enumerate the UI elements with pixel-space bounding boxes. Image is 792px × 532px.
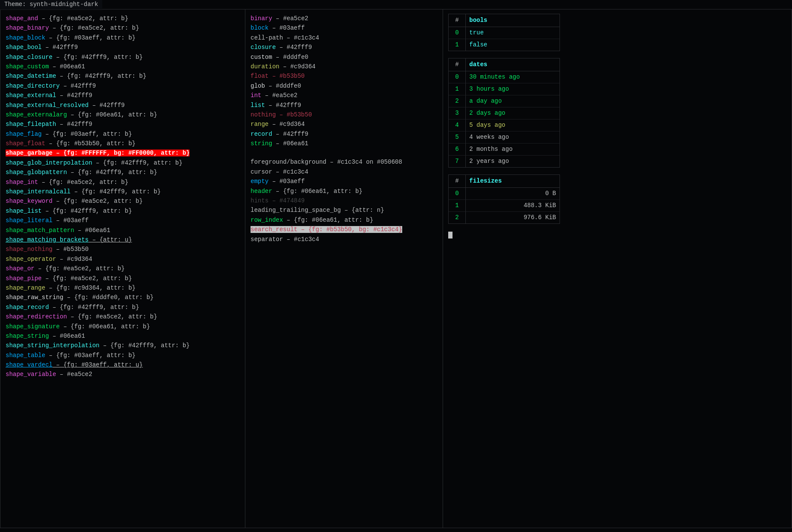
dates-row1-val: 3 hours ago bbox=[466, 83, 560, 95]
table-row: 0 0 B bbox=[449, 188, 560, 200]
line-shape_string_interpolation: shape_string_interpolation – {fg: #42fff… bbox=[6, 341, 240, 350]
line-shape_record: shape_record – {fg: #42fff9, attr: b} bbox=[6, 303, 240, 312]
dates-row0-val: 30 minutes ago bbox=[466, 71, 560, 83]
mid-float: float – #b53b50 bbox=[251, 71, 437, 81]
mid-hints: hints – #474849 bbox=[251, 196, 437, 205]
line-shape_binary: shape_binary – {fg: #ea5ce2, attr: b} bbox=[6, 23, 240, 33]
dates-row4-num: 4 bbox=[449, 119, 466, 131]
dates-row7-num: 7 bbox=[449, 156, 466, 167]
dates-table: # dates 0 30 minutes ago 1 3 hours ago 2… bbox=[448, 58, 560, 168]
dates-row7-val: 2 years ago bbox=[466, 156, 560, 167]
mid-binary: binary – #ea5ce2 bbox=[251, 14, 437, 23]
line-shape_range: shape_range – {fg: #c9d364, attr: b} bbox=[6, 283, 240, 293]
filesizes-header-num: # bbox=[449, 175, 466, 188]
mid-fg-bg: foreground/background – #c1c3c4 on #0506… bbox=[251, 157, 437, 167]
mid-search_result: search_result – {fg: #b53b50, bg: #c1c3c… bbox=[251, 225, 437, 234]
table-row: 0 true bbox=[449, 27, 560, 39]
filesizes-row2-num: 2 bbox=[449, 212, 466, 223]
table-row: 7 2 years ago bbox=[449, 156, 560, 167]
line-shape_and: shape_and – {fg: #ea5ce2, attr: b} bbox=[6, 14, 240, 23]
line-shape_literal: shape_literal – #03aeff bbox=[6, 216, 240, 225]
line-shape_variable: shape_variable – #ea5ce2 bbox=[6, 370, 240, 379]
dates-row5-val: 4 weeks ago bbox=[466, 131, 560, 144]
line-shape_garbage: shape_garbage – {fg: #FFFFFF, bg: #FF000… bbox=[6, 148, 240, 158]
dates-row1-num: 1 bbox=[449, 83, 466, 95]
table-row: 4 5 days ago bbox=[449, 119, 560, 131]
line-shape_signature: shape_signature – {fg: #06ea61, attr: b} bbox=[6, 322, 240, 331]
filesizes-table: # filesizes 0 0 B 1 488.3 KiB 2 976.6 Ki… bbox=[448, 174, 560, 224]
left-column: shape_and – {fg: #ea5ce2, attr: b} shape… bbox=[0, 9, 245, 528]
dates-row4-val: 5 days ago bbox=[466, 119, 560, 131]
line-shape_external_resolved: shape_external_resolved – #42fff9 bbox=[6, 101, 240, 110]
mid-closure: closure – #42fff9 bbox=[251, 43, 437, 52]
bools-table-header: # bools bbox=[449, 14, 560, 27]
table-row: 1 false bbox=[449, 39, 560, 51]
line-shape_pipe: shape_pipe – {fg: #ea5ce2, attr: b} bbox=[6, 274, 240, 283]
bools-row0-val: true bbox=[466, 27, 560, 39]
mid-cell-path: cell-path – #c1c3c4 bbox=[251, 33, 437, 43]
line-shape_operator: shape_operator – #c9d364 bbox=[6, 254, 240, 264]
dates-row3-num: 3 bbox=[449, 107, 466, 119]
mid-range: range – #c9d364 bbox=[251, 119, 437, 129]
line-shape_filepath: shape_filepath – #42fff9 bbox=[6, 119, 240, 129]
table-row: 2 976.6 KiB bbox=[449, 212, 560, 223]
filesizes-row1-num: 1 bbox=[449, 200, 466, 212]
line-shape_redirection: shape_redirection – {fg: #ea5ce2, attr: … bbox=[6, 312, 240, 321]
theme-bar: Theme: synth-midnight-dark bbox=[0, 0, 792, 9]
terminal-cursor bbox=[448, 231, 786, 240]
line-shape_externalarg: shape_externalarg – {fg: #06ea61, attr: … bbox=[6, 110, 240, 119]
dates-table-header: # dates bbox=[449, 58, 560, 71]
line-shape_closure: shape_closure – {fg: #42fff9, attr: b} bbox=[6, 52, 240, 62]
dates-header-num: # bbox=[449, 58, 466, 71]
bools-header-label: bools bbox=[466, 14, 560, 27]
mid-separator: separator – #c1c3c4 bbox=[251, 235, 437, 244]
line-shape_match_pattern: shape_match_pattern – #06ea61 bbox=[6, 226, 240, 235]
mid-header: header – {fg: #06ea61, attr: b} bbox=[251, 187, 437, 196]
line-shape_or: shape_or – {fg: #ea5ce2, attr: b} bbox=[6, 264, 240, 273]
line-shape_external: shape_external – #42fff9 bbox=[6, 91, 240, 100]
right-column: # bools 0 true 1 false # dates 0 30 minu… bbox=[443, 9, 792, 528]
line-shape_internalcall: shape_internalcall – {fg: #42fff9, attr:… bbox=[6, 187, 240, 196]
mid-row_index: row_index – {fg: #06ea61, attr: b} bbox=[251, 215, 437, 225]
dates-header-label: dates bbox=[466, 58, 560, 71]
line-shape_bool: shape_bool – #42fff9 bbox=[6, 43, 240, 52]
line-shape_keyword: shape_keyword – {fg: #ea5ce2, attr: b} bbox=[6, 196, 240, 206]
line-shape_int: shape_int – {fg: #ea5ce2, attr: b} bbox=[6, 177, 240, 187]
mid-glob: glob – #dddfe0 bbox=[251, 81, 437, 91]
line-shape_globpattern: shape_globpattern – {fg: #42fff9, attr: … bbox=[6, 168, 240, 177]
bools-table: # bools 0 true 1 false bbox=[448, 14, 560, 51]
line-shape_raw_string: shape_raw_string – {fg: #dddfe0, attr: b… bbox=[6, 293, 240, 302]
table-row: 3 2 days ago bbox=[449, 107, 560, 119]
dates-row3-val: 2 days ago bbox=[466, 107, 560, 119]
line-shape_datetime: shape_datetime – {fg: #42fff9, attr: b} bbox=[6, 71, 240, 81]
dates-row6-num: 6 bbox=[449, 144, 466, 156]
dates-row5-num: 5 bbox=[449, 131, 466, 144]
theme-label: Theme: synth-midnight-dark bbox=[0, 0, 102, 10]
line-shape_float: shape_float – {fg: #b53b50, attr: b} bbox=[6, 139, 240, 148]
mid-int: int – #ea5ce2 bbox=[251, 91, 437, 100]
line-shape_list: shape_list – {fg: #42fff9, attr: b} bbox=[6, 206, 240, 216]
mid-nothing: nothing – #b53b50 bbox=[251, 110, 437, 119]
table-row: 5 4 weeks ago bbox=[449, 131, 560, 144]
line-shape_table: shape_table – {fg: #03aeff, attr: b} bbox=[6, 351, 240, 360]
mid-empty: empty – #03aeff bbox=[251, 177, 437, 186]
filesizes-row0-val: 0 B bbox=[466, 188, 560, 200]
filesizes-row2-val: 976.6 KiB bbox=[466, 212, 560, 223]
bools-row1-num: 1 bbox=[449, 39, 466, 51]
mid-duration: duration – #c9d364 bbox=[251, 62, 437, 71]
line-shape_nothing: shape_nothing – #b53b50 bbox=[6, 245, 240, 254]
table-row: 1 3 hours ago bbox=[449, 83, 560, 95]
line-shape_flag: shape_flag – {fg: #03aeff, attr: b} bbox=[6, 129, 240, 139]
line-shape_glob_interpolation: shape_glob_interpolation – {fg: #42fff9,… bbox=[6, 158, 240, 168]
bools-row0-num: 0 bbox=[449, 27, 466, 39]
mid-column: binary – #ea5ce2 block – #03aeff cell-pa… bbox=[245, 9, 443, 528]
mid-record: record – #42fff9 bbox=[251, 129, 437, 139]
line-shape_custom: shape_custom – #06ea61 bbox=[6, 62, 240, 71]
table-row: 6 2 months ago bbox=[449, 144, 560, 156]
line-shape_directory: shape_directory – #42fff9 bbox=[6, 81, 240, 91]
table-row: 1 488.3 KiB bbox=[449, 200, 560, 212]
line-shape_matching_brackets: shape_matching_brackets – {attr: u} bbox=[6, 235, 240, 245]
mid-string: string – #06ea61 bbox=[251, 139, 437, 148]
filesizes-table-header: # filesizes bbox=[449, 175, 560, 188]
dates-row0-num: 0 bbox=[449, 71, 466, 83]
